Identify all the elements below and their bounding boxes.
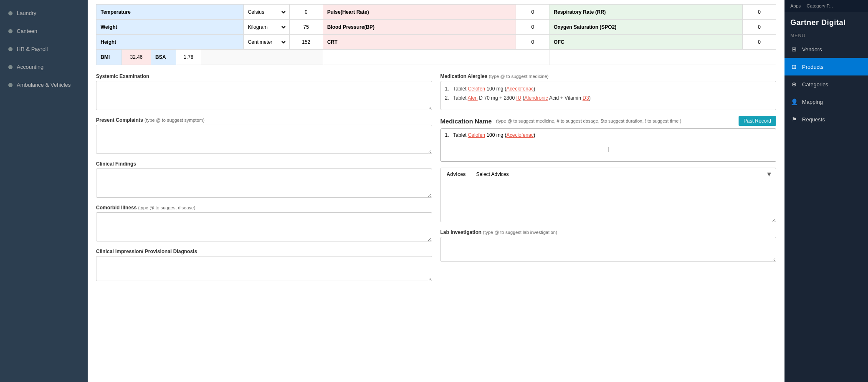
dot-icon bbox=[8, 11, 13, 15]
lab-investigation-hint: (type @ to suggest lab investigation) bbox=[483, 230, 557, 235]
medication-name-group: Medication Name (type @ to suggest medic… bbox=[440, 116, 777, 162]
temperature-value: 0 bbox=[289, 5, 323, 19]
aceclofenac-link-1[interactable]: Aceclofenac bbox=[506, 86, 534, 92]
spo2-row: Oxygen Saturation (SPO2) 0 bbox=[549, 20, 776, 35]
rr-row: Respiratory Rate (RR) 0 bbox=[549, 5, 776, 20]
sidebar-item-label: HR & Payroll bbox=[17, 46, 48, 52]
bsa-value: 1.78 bbox=[176, 50, 201, 65]
pulse-row: Pulse(Heart Rate) 0 bbox=[323, 5, 549, 20]
menu-item-requests[interactable]: ⚑ Requests bbox=[784, 111, 868, 128]
pulse-label: Pulse(Heart Rate) bbox=[323, 5, 516, 19]
mapping-icon: 👤 bbox=[790, 98, 798, 106]
sidebar-item-label: Canteen bbox=[17, 28, 37, 34]
comorbid-illness-input[interactable] bbox=[96, 212, 432, 241]
bsa-label: BSA bbox=[151, 50, 176, 65]
medication-allergies-hint: (type @ to suggest medicine) bbox=[489, 74, 549, 79]
dot-icon bbox=[8, 65, 13, 69]
apps-link[interactable]: Apps bbox=[790, 3, 801, 8]
clinical-findings-input[interactable] bbox=[96, 168, 432, 198]
sidebar-item-hr-payroll[interactable]: HR & Payroll bbox=[0, 40, 88, 58]
iu-link[interactable]: IU bbox=[516, 95, 521, 101]
vendors-label: Vendors bbox=[802, 46, 822, 53]
medication-name-textarea[interactable]: 1. Tablet Celofen 100 mg (Aceclofenac) | bbox=[440, 128, 777, 162]
categories-label: Categories bbox=[802, 81, 828, 88]
lab-investigation-label: Lab Investigation (type @ to suggest lab… bbox=[440, 229, 777, 235]
aceclofenac-link-2[interactable]: Aceclofenac bbox=[506, 132, 534, 138]
height-select-wrap[interactable]: Centimeter Inch bbox=[243, 35, 289, 49]
d3-link[interactable]: D3 bbox=[582, 95, 589, 101]
menu-item-vendors[interactable]: ⊞ Vendors bbox=[784, 40, 868, 58]
systemic-examination-input[interactable] bbox=[96, 81, 432, 110]
crt-value: 0 bbox=[516, 35, 549, 49]
alen-link[interactable]: Alen bbox=[468, 95, 478, 101]
menu-item-categories[interactable]: ⊕ Categories bbox=[784, 75, 868, 93]
pulse-value: 0 bbox=[516, 5, 549, 19]
bmi-value: 32.46 bbox=[121, 50, 151, 65]
past-record-button[interactable]: Past Record bbox=[739, 116, 776, 126]
medication-allergies-box[interactable]: 1. Tablet Celofen 100 mg (Aceclofenac) 2… bbox=[440, 81, 777, 110]
present-complaints-group: Present Complaints (type @ to suggest sy… bbox=[96, 117, 432, 155]
advices-textarea[interactable] bbox=[440, 181, 777, 222]
right-panel: Apps Category P... Gartner Digital MENU … bbox=[784, 0, 868, 382]
products-icon: ⊞ bbox=[790, 63, 798, 70]
right-panel-title: Gartner Digital bbox=[784, 12, 868, 29]
categories-icon: ⊕ bbox=[790, 80, 798, 88]
requests-icon: ⚑ bbox=[790, 116, 798, 123]
celofen-link-2[interactable]: Celofen bbox=[468, 132, 485, 138]
products-label: Products bbox=[802, 64, 823, 70]
menu-item-products[interactable]: ⊞ Products bbox=[784, 58, 868, 75]
temperature-label: Temperature bbox=[96, 5, 243, 19]
right-empty-row bbox=[549, 50, 776, 65]
lab-investigation-input[interactable] bbox=[440, 237, 777, 262]
height-row: Height Centimeter Inch 152 bbox=[96, 35, 323, 50]
menu-item-mapping[interactable]: 👤 Mapping bbox=[784, 93, 868, 111]
bp-row: Blood Pressure(BP) 0 bbox=[323, 20, 549, 35]
crt-row: CRT 0 bbox=[323, 35, 549, 50]
sidebar-item-label: Accounting bbox=[17, 64, 43, 70]
vitals-right: Respiratory Rate (RR) 0 Oxygen Saturatio… bbox=[549, 5, 776, 65]
advices-select[interactable]: Select Advices bbox=[472, 168, 763, 181]
rr-value: 0 bbox=[742, 5, 776, 19]
vitals-middle: Pulse(Heart Rate) 0 Blood Pressure(BP) 0… bbox=[323, 5, 550, 65]
celofen-link-1[interactable]: Celofen bbox=[468, 86, 485, 92]
vendors-icon: ⊞ bbox=[790, 45, 798, 53]
sidebar-item-label: Laundry bbox=[17, 10, 36, 16]
temperature-row: Temperature Celsius Fahrenheit 0 bbox=[96, 5, 323, 20]
systemic-examination-group: Systemic Examination bbox=[96, 73, 432, 111]
temperature-select[interactable]: Celsius Fahrenheit bbox=[246, 9, 287, 15]
bp-label: Blood Pressure(BP) bbox=[323, 20, 516, 34]
weight-select-wrap[interactable]: Kilogram Pound bbox=[243, 20, 289, 34]
clinical-findings-label: Clinical Findings bbox=[96, 161, 432, 167]
clinical-impression-input[interactable] bbox=[96, 256, 432, 281]
sidebar-item-ambulance[interactable]: Ambulance & Vehicles bbox=[0, 76, 88, 94]
medication-name-header: Medication Name (type @ to suggest medic… bbox=[440, 116, 777, 126]
vitals-left: Temperature Celsius Fahrenheit 0 Weight … bbox=[96, 5, 323, 65]
rr-label: Respiratory Rate (RR) bbox=[549, 5, 742, 19]
ofc-label: OFC bbox=[549, 35, 742, 49]
comorbid-illness-label: Comorbid Illness (type @ to suggest dise… bbox=[96, 205, 432, 211]
alendronic-link[interactable]: Alendronic bbox=[524, 95, 548, 101]
menu-label: MENU bbox=[784, 29, 868, 40]
clinical-impression-group: Clinical Impression/ Provisional Diagnos… bbox=[96, 249, 432, 282]
systemic-examination-label: Systemic Examination bbox=[96, 73, 432, 79]
vitals-section: Temperature Celsius Fahrenheit 0 Weight … bbox=[96, 4, 776, 65]
med-name-item-1: 1. Tablet Celofen 100 mg (Aceclofenac) bbox=[445, 132, 772, 138]
weight-select[interactable]: Kilogram Pound bbox=[246, 24, 287, 30]
clinical-impression-label: Clinical Impression/ Provisional Diagnos… bbox=[96, 249, 432, 254]
comorbid-illness-group: Comorbid Illness (type @ to suggest dise… bbox=[96, 205, 432, 243]
height-select[interactable]: Centimeter Inch bbox=[246, 39, 287, 45]
height-value: 152 bbox=[289, 35, 323, 49]
ofc-row: OFC 0 bbox=[549, 35, 776, 50]
sidebar: Laundry Canteen HR & Payroll Accounting … bbox=[0, 0, 88, 382]
medication-allergies-label: Medication Alergies (type @ to suggest m… bbox=[440, 73, 777, 79]
temperature-select-wrap[interactable]: Celsius Fahrenheit bbox=[243, 5, 289, 19]
sidebar-item-accounting[interactable]: Accounting bbox=[0, 58, 88, 76]
category-link[interactable]: Category P... bbox=[807, 3, 833, 8]
dot-icon bbox=[8, 83, 13, 87]
sidebar-item-canteen[interactable]: Canteen bbox=[0, 22, 88, 40]
present-complaints-input[interactable] bbox=[96, 125, 432, 154]
bmi-bsa-row: BMI 32.46 BSA 1.78 bbox=[96, 50, 323, 65]
crt-label: CRT bbox=[323, 35, 516, 49]
bmi-label: BMI bbox=[96, 50, 121, 65]
sidebar-item-laundry[interactable]: Laundry bbox=[0, 4, 88, 22]
